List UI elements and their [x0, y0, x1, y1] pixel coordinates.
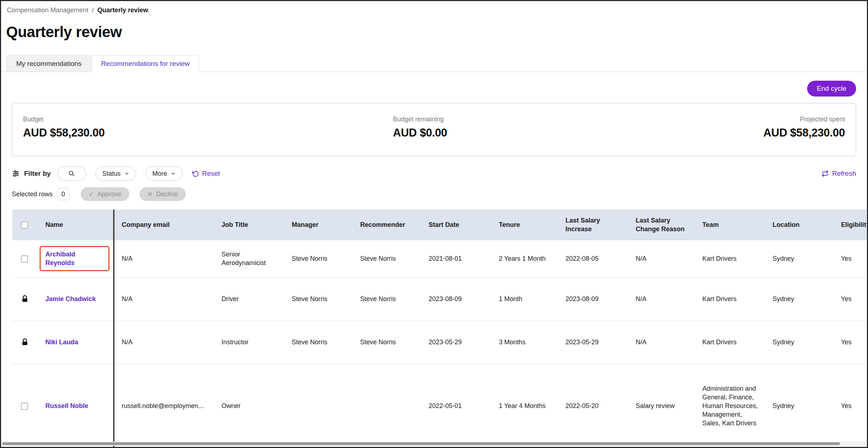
location-cell: Sydney [765, 321, 833, 364]
reset-icon [192, 170, 199, 177]
row-checkbox[interactable] [21, 255, 28, 263]
column-header-team: Team [694, 210, 765, 240]
tab-my-recommendations[interactable]: My recommendations [7, 55, 91, 72]
start-date-cell: 2021-08-01 [421, 240, 491, 277]
approve-label: Approve [97, 191, 121, 198]
status-filter-dropdown[interactable]: Status [95, 166, 136, 181]
eligibility-cell: Yes [833, 277, 867, 321]
eligibility-cell: Yes [833, 240, 867, 277]
table-header-row: Name Company email Job Title Manager Rec… [12, 210, 867, 240]
last-salary-change-reason-cell: N/A [628, 321, 694, 364]
location-cell: Sydney [765, 277, 833, 321]
column-header-company-email: Company email [114, 210, 214, 240]
budget-label: Budget [23, 115, 393, 124]
pinned-column-divider[interactable] [113, 210, 115, 447]
job-title-cell: Instructor [214, 321, 284, 364]
last-salary-change-reason-cell: N/A [628, 277, 694, 321]
column-header-manager: Manager [284, 210, 352, 240]
breadcrumb-parent-link[interactable]: Compensation Management [7, 6, 88, 14]
recommender-cell [352, 364, 421, 447]
manager-cell: Steve Norris [284, 240, 352, 277]
row-checkbox[interactable] [21, 403, 28, 410]
reset-label: Reset [202, 170, 220, 178]
tenure-cell: 1 Month [491, 277, 558, 321]
job-title-cell: Senior Aerodynamicist [214, 240, 284, 277]
table-row: Jamie Chadwick N/A Driver Steve Norris S… [12, 277, 867, 321]
budget-value: AUD $58,230.00 [23, 126, 393, 139]
reset-filters-button[interactable]: Reset [192, 170, 220, 178]
tenure-cell: 3 Months [491, 321, 558, 364]
end-cycle-button[interactable]: End cycle [807, 81, 856, 97]
location-cell: Sydney [765, 364, 833, 447]
search-button[interactable] [57, 166, 86, 181]
table-row: Russell Noble russell.noble@employmen...… [12, 364, 867, 447]
recommender-cell: Steve Norris [352, 321, 421, 364]
eligibility-cell: Yes [833, 321, 867, 364]
refresh-icon [822, 170, 829, 177]
horizontal-scrollbar-thumb[interactable] [2, 442, 840, 445]
last-salary-increase-cell: 2023-08-09 [558, 277, 628, 321]
manager-cell: Steve Norris [284, 277, 352, 321]
recommendations-table: Name Company email Job Title Manager Rec… [12, 210, 867, 447]
tab-recommendations-for-review[interactable]: Recommendations for review [92, 55, 199, 72]
table-row: Archibald Reynolds N/A Senior Aerodynami… [12, 240, 867, 277]
employee-name-link[interactable]: Archibald Reynolds [45, 251, 75, 266]
status-filter-label: Status [102, 170, 121, 178]
projected-spent-stat: Projected spent AUD $58,230.00 [763, 115, 845, 156]
company-email-cell: N/A [114, 321, 214, 364]
chevron-down-icon [124, 171, 129, 176]
click-target-highlight: Archibald Reynolds [40, 246, 109, 271]
column-header-name: Name [37, 210, 114, 240]
column-header-start-date: Start Date [421, 210, 491, 240]
company-email-cell: russell.noble@employmen... [114, 364, 214, 447]
decline-button[interactable]: ✕ Decline [139, 187, 185, 201]
column-header-location: Location [765, 210, 833, 240]
quarterly-review-page: Compensation Management / Quarterly revi… [0, 0, 868, 448]
more-filter-label: More [152, 170, 167, 178]
start-date-cell: 2022-05-01 [421, 364, 491, 447]
team-cell: Kart Drivers [694, 240, 765, 277]
employee-name-link[interactable]: Jamie Chadwick [45, 295, 96, 303]
column-header-job-title: Job Title [214, 210, 284, 240]
budget-remaining-stat: Budget remaining AUD $0.00 [393, 115, 763, 156]
breadcrumb-current: Quarterly review [97, 6, 148, 14]
selected-rows-count: 0 [57, 188, 69, 200]
chevron-down-icon [171, 171, 176, 176]
column-header-tenure: Tenure [491, 210, 558, 240]
budget-summary-card: Budget AUD $58,230.00 Budget remaining A… [12, 103, 856, 156]
refresh-label: Refresh [832, 170, 856, 178]
search-icon [68, 170, 75, 177]
tab-bar: My recommendations Recommendations for r… [1, 55, 867, 72]
more-filter-dropdown[interactable]: More [146, 166, 183, 181]
select-all-checkbox[interactable] [21, 221, 28, 229]
x-icon: ✕ [147, 191, 152, 198]
tenure-cell: 2 Years 1 Month [491, 240, 558, 277]
filter-bar: Filter by Status More [12, 166, 856, 181]
employee-name-link[interactable]: Niki Lauda [45, 339, 78, 346]
decline-label: Decline [156, 191, 178, 198]
selected-rows-label: Selected rows [12, 191, 53, 198]
check-icon: ✓ [89, 191, 94, 198]
tenure-cell: 1 Year 4 Months [491, 364, 558, 447]
end-cycle-row: End cycle [1, 72, 867, 97]
refresh-button[interactable]: Refresh [822, 170, 856, 178]
budget-remaining-label: Budget remaining [393, 115, 763, 124]
filter-icon [12, 170, 20, 178]
column-header-last-salary-increase: Last Salary Increase [558, 210, 628, 240]
projected-spent-value: AUD $58,230.00 [763, 126, 845, 139]
horizontal-scrollbar[interactable] [2, 442, 866, 446]
selection-bar: Selected rows 0 ✓ Approve ✕ Decline [12, 187, 856, 201]
employee-name-link[interactable]: Russell Noble [45, 402, 88, 409]
filter-by-label: Filter by [24, 170, 51, 178]
filter-by-label-group: Filter by [12, 170, 51, 178]
manager-cell: Steve Norris [284, 321, 352, 364]
approve-button[interactable]: ✓ Approve [81, 187, 129, 201]
budget-stat: Budget AUD $58,230.00 [23, 115, 393, 156]
column-header-last-salary-change-reason: Last Salary Change Reason [628, 210, 694, 240]
budget-remaining-value: AUD $0.00 [393, 126, 763, 139]
last-salary-increase-cell: 2023-05-29 [558, 321, 628, 364]
table-row: Niki Lauda N/A Instructor Steve Norris S… [12, 321, 867, 364]
projected-spent-label: Projected spent [763, 115, 845, 124]
start-date-cell: 2023-05-29 [421, 321, 491, 364]
last-salary-change-reason-cell: N/A [628, 240, 694, 277]
